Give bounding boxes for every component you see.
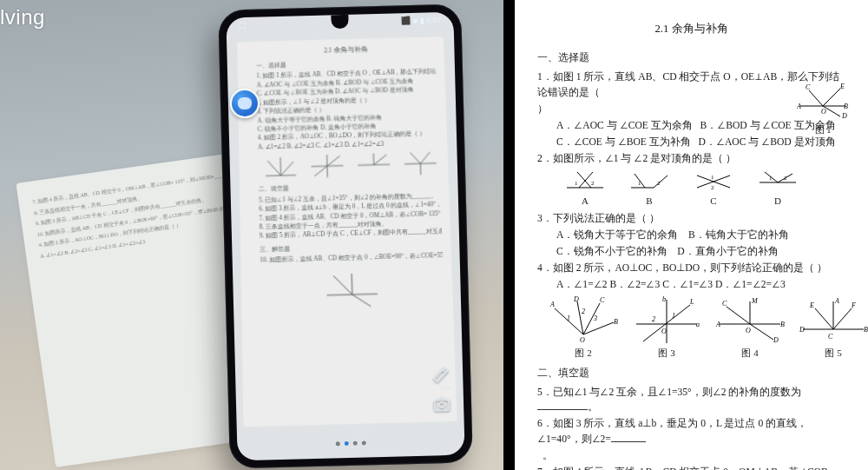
svg-line-32 xyxy=(577,172,591,188)
svg-line-83 xyxy=(833,308,852,329)
svg-text:D: D xyxy=(799,326,805,334)
svg-text:E: E xyxy=(839,83,845,90)
figure-3: b L 1 2 O a 图 3 xyxy=(631,296,702,361)
svg-point-19 xyxy=(439,402,445,408)
svg-text:C: C xyxy=(600,296,605,304)
svg-text:A: A xyxy=(834,297,839,305)
scanned-figures-row xyxy=(261,150,440,181)
scanned-document-view[interactable]: 2.1 余角与补角 一、选择题 1. 如图 1 所示，直线 AB、CD 相交于点… xyxy=(237,36,457,427)
svg-text:O: O xyxy=(821,108,826,116)
svg-line-9 xyxy=(373,155,386,165)
svg-text:A: A xyxy=(797,103,801,110)
worksheet-document: 2.1 余角与补角 一、选择题 1．如图 1 所示，直线 AB、CD 相交于点 … xyxy=(515,0,868,470)
svg-text:2: 2 xyxy=(591,180,595,187)
svg-text:O: O xyxy=(661,328,667,335)
svg-line-3 xyxy=(280,162,293,175)
svg-text:L: L xyxy=(689,298,694,306)
svg-text:A: A xyxy=(549,301,555,308)
svg-line-11 xyxy=(411,153,421,164)
svg-text:F: F xyxy=(851,301,856,309)
svg-text:M: M xyxy=(751,297,759,305)
svg-line-37 xyxy=(654,175,667,188)
svg-text:2: 2 xyxy=(652,315,655,323)
fill-blank[interactable] xyxy=(611,433,646,442)
svg-text:D: D xyxy=(773,336,779,344)
smartphone: ▢ ⬛ ■ ▮ 6:07 2.1 余角与补角 一、选择题 1. 如图 1 所示，… xyxy=(218,3,473,468)
svg-line-2 xyxy=(267,161,280,176)
question-4: 4．如图 2 所示，AO⊥OC，BO⊥DO，则下列结论正确的是（ ） xyxy=(537,261,845,276)
page-indicator-dots[interactable] xyxy=(336,440,366,446)
edit-label: OFF xyxy=(442,386,452,391)
figure-1: C E A O B D 图 1 xyxy=(795,82,851,138)
figure-4: C M A O B D 图 4 xyxy=(714,296,786,361)
overlay-caption: lving xyxy=(0,5,45,30)
svg-text:A: A xyxy=(715,321,720,328)
svg-text:D: D xyxy=(841,112,847,118)
svg-line-22 xyxy=(809,90,823,106)
figure-2: A D 1 2 3 O B C 图 2 xyxy=(548,296,619,361)
question-3: 3．下列说法正确的是（ ） xyxy=(537,211,845,227)
svg-text:1: 1 xyxy=(769,175,773,182)
svg-text:E: E xyxy=(809,301,814,309)
svg-text:b: b xyxy=(662,296,666,303)
scanned-figure-bottom xyxy=(321,268,384,309)
svg-text:1: 1 xyxy=(575,180,578,187)
edit-icon[interactable] xyxy=(431,365,451,385)
svg-line-15 xyxy=(352,274,352,295)
svg-line-16 xyxy=(333,275,352,295)
svg-line-51 xyxy=(583,303,600,334)
svg-text:1: 1 xyxy=(638,180,641,187)
question-6: 6．如图 3 所示，直线 a⊥b，垂足为 0，L 是过点 0 的直线，∠1=40… xyxy=(537,416,845,447)
q2-figures-row: 12A 12B 12C 12D xyxy=(563,169,845,209)
photo-scene: lving 7. 如图 4 所示，直线 AB、CD 相交于 0，OM⊥AB，若∠… xyxy=(0,0,503,470)
svg-line-73 xyxy=(750,324,773,340)
svg-text:2: 2 xyxy=(582,308,585,315)
svg-text:B: B xyxy=(844,103,848,110)
section-heading: 一、选择题 xyxy=(537,50,845,66)
phone-screen[interactable]: ▢ ⬛ ■ ▮ 6:07 2.1 余角与补角 一、选择题 1. 如图 1 所示，… xyxy=(226,12,464,461)
question-1: 1．如图 1 所示，直线 AB、CD 相交于点 O，OE⊥AB，那么下列结论错误… xyxy=(537,70,845,150)
svg-text:a: a xyxy=(696,321,700,328)
figures-row-2-5: A D 1 2 3 O B C 图 2 b L 1 2 O xyxy=(548,296,845,361)
status-bar-left: ▢ xyxy=(238,21,246,30)
svg-line-72 xyxy=(727,307,750,324)
svg-line-52 xyxy=(583,322,614,334)
svg-text:3: 3 xyxy=(593,314,597,322)
svg-text:B: B xyxy=(864,326,868,334)
svg-text:O: O xyxy=(746,327,751,334)
question-2: 2．如图所示，∠1 与 ∠2 是对顶角的是（ ） xyxy=(537,151,845,167)
svg-text:2: 2 xyxy=(657,180,661,187)
svg-line-21 xyxy=(823,89,840,106)
section-heading: 二、填空题 xyxy=(537,366,845,381)
svg-text:C: C xyxy=(828,333,833,341)
svg-text:2: 2 xyxy=(711,184,714,191)
divider-strip xyxy=(503,0,515,470)
svg-line-12 xyxy=(420,152,431,163)
status-bar-right: ⬛ ■ ▮ 6:07 xyxy=(401,16,442,25)
svg-text:B: B xyxy=(614,318,618,326)
svg-text:D: D xyxy=(573,296,579,303)
svg-text:2: 2 xyxy=(784,175,787,182)
doc-title: 2.1 余角与补角 xyxy=(537,21,845,38)
svg-text:O: O xyxy=(580,336,585,344)
svg-text:C: C xyxy=(806,83,811,91)
figure-5: A E F C B D 图 5 xyxy=(798,296,868,361)
svg-line-17 xyxy=(352,294,372,307)
svg-text:C: C xyxy=(722,300,727,308)
svg-text:1: 1 xyxy=(711,174,714,181)
phone-notch xyxy=(331,15,348,30)
question-7: 7．如图 4 所示，直线 AB、CD 相交于点 0，OM⊥AB，若∠COB= 1… xyxy=(537,465,845,470)
svg-text:1: 1 xyxy=(672,312,675,320)
question-5: 5．已知∠1 与∠2 互余，且∠1=35°，则∠2 的补角的度数为。 xyxy=(537,385,845,416)
svg-line-82 xyxy=(815,308,833,329)
svg-text:B: B xyxy=(780,321,785,328)
camera-icon[interactable] xyxy=(432,394,452,414)
svg-text:1: 1 xyxy=(567,314,570,322)
fill-blank[interactable] xyxy=(537,400,588,410)
